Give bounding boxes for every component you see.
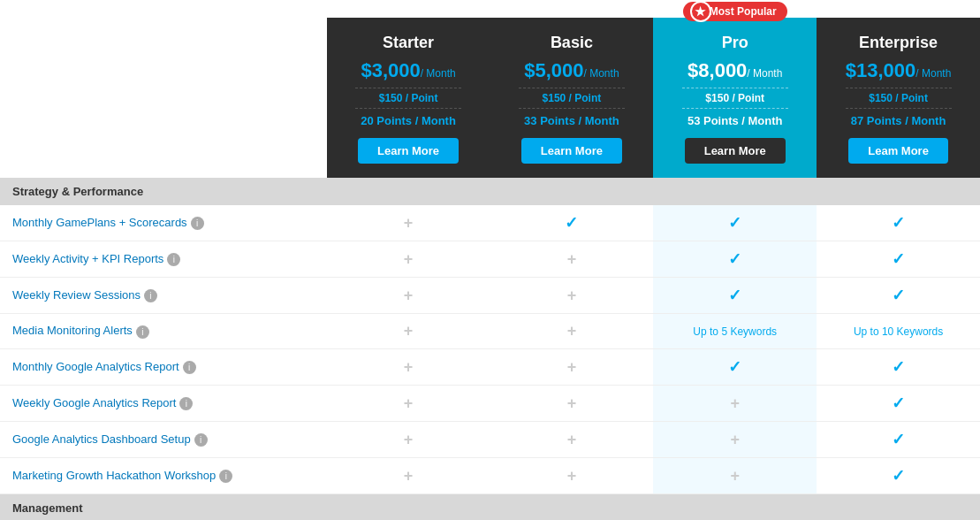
feature-cell-0-3-2: Up to 5 Keywords: [653, 314, 817, 349]
feature-label-0-4: Monthly Google Analytics Reporti: [0, 349, 327, 386]
plus-mark: +: [404, 431, 414, 448]
plus-mark: +: [730, 394, 740, 412]
check-mark: ✓: [728, 358, 741, 376]
learn-more-pro[interactable]: Learn More: [685, 138, 786, 164]
feature-cell-0-6-1: +: [490, 422, 653, 458]
feature-cell-0-0-0: +: [327, 205, 490, 241]
plan-price-basic: $5,000/ Month: [498, 59, 644, 82]
feature-cell-0-7-0: +: [327, 458, 490, 494]
plan-price-pro: $8,000/ Month: [662, 59, 808, 82]
feature-cell-0-1-0: +: [327, 241, 490, 278]
plan-per-point-basic: $150 / Point: [519, 88, 625, 109]
plus-mark: +: [404, 467, 414, 485]
feature-cell-0-6-0: +: [327, 422, 490, 458]
feature-cell-0-4-0: +: [327, 349, 490, 386]
plan-price-starter: $3,000/ Month: [336, 59, 482, 82]
feature-cell-0-2-0: +: [327, 278, 490, 314]
table-row: Weekly Review Sessionsi++✓✓: [0, 278, 980, 314]
check-mark: ✓: [892, 250, 905, 268]
plus-mark: +: [404, 287, 414, 304]
check-mark: ✓: [728, 287, 741, 304]
plan-header-enterprise: Enterprise $13,000/ Month $150 / Point 8…: [817, 18, 980, 178]
table-row: Weekly Activity + KPI Reportsi++✓✓: [0, 241, 980, 278]
info-icon[interactable]: i: [194, 433, 208, 447]
plus-mark: +: [567, 467, 577, 485]
plus-mark: +: [730, 467, 740, 485]
feature-label-0-3: Media Monitoring Alertsi: [0, 314, 327, 349]
check-mark: ✓: [892, 431, 905, 448]
section-title-1: Management: [0, 494, 980, 521]
check-mark: ✓: [728, 250, 741, 268]
keyword-text: Up to 5 Keywords: [693, 325, 777, 338]
plan-points-enterprise: 87 Points / Month: [825, 114, 971, 127]
feature-cell-0-1-1: +: [490, 241, 653, 278]
plan-per-point-starter: $150 / Point: [355, 88, 461, 109]
check-mark: ✓: [892, 467, 905, 485]
plan-points-basic: 33 Points / Month: [498, 114, 644, 127]
plus-mark: +: [567, 287, 577, 304]
plus-mark: +: [404, 250, 414, 268]
table-row: Google Analytics Dashboard Setupi+++✓: [0, 422, 980, 458]
info-icon[interactable]: i: [179, 397, 193, 410]
feature-cell-0-5-3: ✓: [817, 386, 980, 422]
feature-cell-0-2-1: +: [490, 278, 653, 314]
feature-cell-0-7-3: ✓: [817, 458, 980, 494]
learn-more-enterprise[interactable]: Leam More: [848, 138, 948, 164]
feature-cell-0-2-3: ✓: [817, 278, 980, 314]
plus-mark: +: [567, 250, 577, 268]
info-icon[interactable]: i: [136, 325, 149, 339]
plan-name-starter: Starter: [336, 34, 482, 52]
plan-name-pro: Pro: [662, 34, 808, 52]
check-mark: ✓: [892, 287, 905, 304]
feature-cell-0-1-3: ✓: [817, 241, 980, 278]
plus-mark: +: [404, 322, 414, 340]
info-icon[interactable]: i: [144, 289, 157, 302]
keyword-text: Up to 10 Keywords: [854, 325, 943, 338]
plus-mark: +: [567, 431, 577, 448]
feature-cell-0-0-3: ✓: [817, 205, 980, 241]
check-mark: ✓: [728, 214, 741, 232]
feature-cell-0-2-2: ✓: [653, 278, 817, 314]
feature-cell-0-4-2: ✓: [653, 349, 817, 386]
info-icon[interactable]: i: [219, 470, 232, 483]
feature-label-0-7: Marketing Growth Hackathon Workshopi: [0, 458, 327, 494]
feature-label-0-5: Weekly Google Analytics Reporti: [0, 386, 327, 422]
learn-more-starter[interactable]: Learn More: [358, 138, 459, 164]
plus-mark: +: [567, 358, 577, 376]
check-mark: ✓: [892, 214, 905, 232]
feature-cell-0-4-3: ✓: [817, 349, 980, 386]
plan-per-point-enterprise: $150 / Point: [846, 88, 952, 109]
feature-cell-0-4-1: +: [490, 349, 653, 386]
feature-label-0-6: Google Analytics Dashboard Setupi: [0, 422, 327, 458]
feature-label-0-0: Monthly GamePlans + Scorecardsi: [0, 205, 327, 241]
info-icon[interactable]: i: [191, 217, 204, 230]
feature-cell-0-0-2: ✓: [653, 205, 817, 241]
feature-cell-0-3-3: Up to 10 Keywords: [817, 314, 980, 349]
feature-cell-0-7-2: +: [653, 458, 817, 494]
table-row: Media Monitoring Alertsi++Up to 5 Keywor…: [0, 314, 980, 349]
table-row: Monthly GamePlans + Scorecardsi+✓✓✓: [0, 205, 980, 241]
table-row: Monthly Google Analytics Reporti++✓✓: [0, 349, 980, 386]
feature-cell-0-7-1: +: [490, 458, 653, 494]
learn-more-basic[interactable]: Learn More: [521, 138, 622, 164]
most-popular-badge: Most Popular: [683, 2, 787, 21]
plan-points-pro: 53 Points / Month: [662, 114, 808, 127]
plus-mark: +: [404, 358, 414, 376]
plan-per-point-pro: $150 / Point: [682, 88, 788, 109]
feature-label-0-1: Weekly Activity + KPI Reportsi: [0, 241, 327, 278]
plus-mark: +: [730, 431, 740, 448]
feature-cell-0-5-2: +: [653, 386, 817, 422]
check-mark: ✓: [565, 214, 578, 232]
feature-cell-0-1-2: ✓: [653, 241, 817, 278]
feature-cell-0-3-0: +: [327, 314, 490, 349]
info-icon[interactable]: i: [183, 361, 196, 374]
info-icon[interactable]: i: [167, 253, 180, 266]
plan-header-basic: Basic $5,000/ Month $150 / Point 33 Poin…: [490, 18, 653, 178]
plan-name-enterprise: Enterprise: [825, 34, 971, 52]
feature-cell-0-3-1: +: [490, 314, 653, 349]
pricing-container: Starter $3,000/ Month $150 / Point 20 Po…: [0, 0, 980, 520]
plan-points-starter: 20 Points / Month: [336, 114, 482, 127]
feature-cell-0-0-1: ✓: [490, 205, 653, 241]
table-row: Marketing Growth Hackathon Workshopi+++✓: [0, 458, 980, 494]
plus-mark: +: [404, 214, 414, 232]
